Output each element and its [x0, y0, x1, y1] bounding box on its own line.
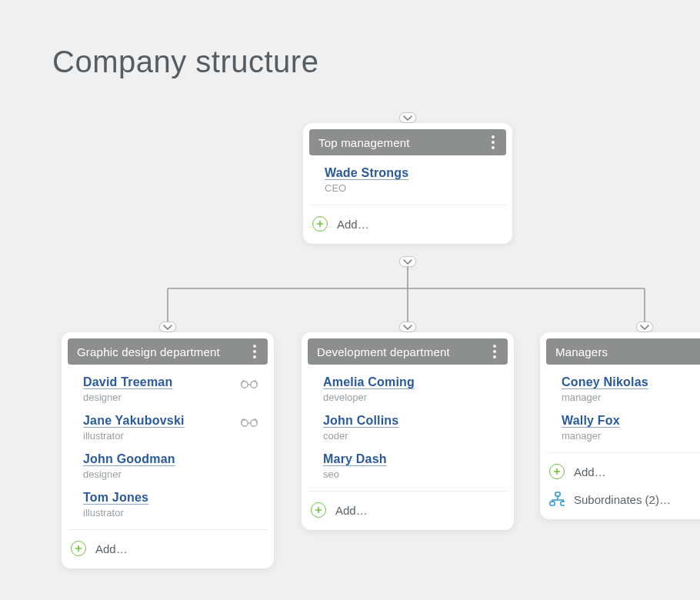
add-button[interactable]: Add…	[311, 502, 505, 518]
add-label: Add…	[335, 504, 368, 517]
person-name-link[interactable]: Coney Nikolas	[562, 375, 700, 389]
plus-circle-icon	[311, 502, 326, 518]
person-row: Jane Yakubovski illustrator	[83, 414, 265, 442]
person-role: illustrator	[83, 430, 234, 442]
person-row: Mary Dash seo	[323, 452, 505, 480]
card-development: Development department Amelia Coming dev…	[302, 332, 514, 530]
person-row: Amelia Coming developer	[323, 375, 505, 403]
person-row: Coney Nikolas manager	[562, 375, 700, 403]
person-role: designer	[83, 392, 234, 403]
add-button[interactable]: Add…	[312, 216, 503, 232]
card-header: Managers	[546, 338, 700, 365]
plus-circle-icon	[549, 464, 565, 479]
person-name-link[interactable]: Wally Fox	[562, 414, 700, 428]
person-role: developer	[323, 392, 474, 403]
person-role: CEO	[325, 182, 472, 194]
person-name-link[interactable]: John Collins	[323, 414, 474, 428]
person-row: Tom Jones illustrator	[83, 491, 265, 518]
card-graphic-design: Graphic design department David Treeman …	[62, 332, 274, 568]
collapse-arrow-managers[interactable]	[636, 322, 653, 332]
person-role: seo	[323, 468, 474, 480]
add-label: Add…	[574, 465, 606, 478]
person-row: John Collins coder	[323, 414, 505, 442]
person-role: manager	[562, 430, 700, 442]
collapse-arrow-dev[interactable]	[399, 322, 416, 332]
subordinates-button[interactable]: Subordinates (2)…	[549, 492, 700, 507]
person-name-link[interactable]: Jane Yakubovski	[83, 414, 234, 428]
subordinates-label: Subordinates (2)…	[574, 493, 671, 506]
card-title: Managers	[555, 345, 608, 358]
card-title: Development department	[317, 345, 450, 358]
page-title: Company structure	[52, 45, 318, 79]
person-name-link[interactable]: Amelia Coming	[323, 375, 474, 389]
person-name-link[interactable]: Mary Dash	[323, 452, 474, 466]
person-row: Wally Fox manager	[562, 414, 700, 442]
card-header: Graphic design department	[68, 338, 268, 365]
glasses-icon	[240, 415, 258, 431]
card-header: Top management	[309, 129, 506, 155]
glasses-icon	[240, 377, 258, 392]
card-top-management: Top management Wade Strongs CEO Add…	[303, 123, 512, 244]
collapse-arrow-design[interactable]	[159, 322, 176, 332]
person-name-link[interactable]: David Treeman	[83, 375, 234, 389]
subordinates-icon	[549, 492, 565, 507]
add-label: Add…	[337, 218, 369, 231]
expand-arrow-top-out[interactable]	[399, 256, 416, 267]
card-managers: Managers Coney Nikolas manager Wally Fox…	[540, 332, 700, 519]
person-row: John Goodman designer	[83, 452, 265, 480]
add-button[interactable]: Add…	[71, 541, 265, 556]
add-button[interactable]: Add…	[549, 464, 700, 479]
kebab-menu-icon[interactable]	[248, 342, 262, 361]
kebab-menu-icon[interactable]	[488, 342, 502, 361]
plus-circle-icon	[71, 541, 86, 556]
card-title: Top management	[318, 136, 410, 149]
kebab-menu-icon[interactable]	[486, 133, 500, 152]
collapse-arrow-top[interactable]	[399, 112, 416, 123]
person-role: illustrator	[83, 507, 234, 518]
card-header: Development department	[308, 338, 508, 365]
person-name-link[interactable]: John Goodman	[83, 452, 234, 466]
plus-circle-icon	[312, 216, 328, 232]
person-row: David Treeman designer	[83, 375, 265, 403]
person-role: coder	[323, 430, 474, 442]
person-role: designer	[83, 468, 234, 480]
card-title: Graphic design department	[77, 345, 220, 358]
add-label: Add…	[95, 542, 128, 555]
person-row: Wade Strongs CEO	[325, 166, 503, 194]
person-name-link[interactable]: Wade Strongs	[325, 166, 472, 180]
person-role: manager	[562, 392, 700, 403]
person-name-link[interactable]: Tom Jones	[83, 491, 234, 505]
